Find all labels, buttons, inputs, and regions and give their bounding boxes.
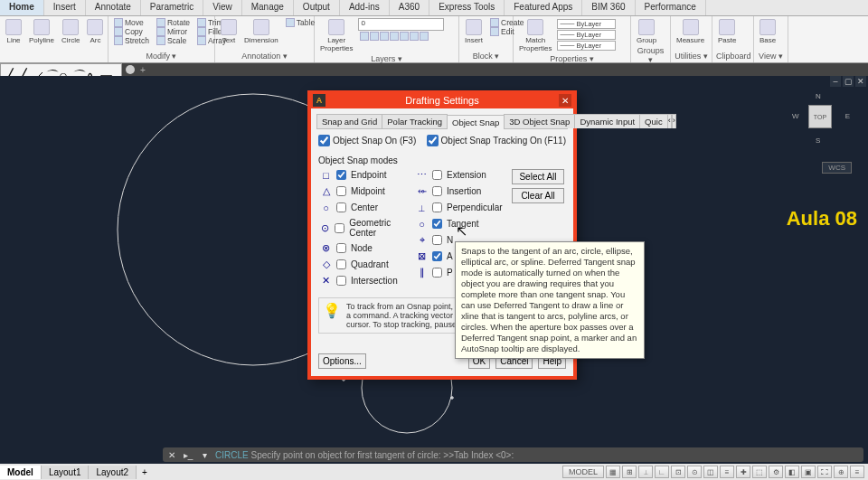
main-tab[interactable]: Annotate	[86, 0, 141, 15]
recent-commands-icon[interactable]: ▾	[199, 449, 210, 460]
close-icon[interactable]: ✕	[166, 449, 177, 460]
status-icon[interactable]: ✚	[736, 466, 750, 478]
layer-combo[interactable]: 0	[358, 18, 444, 31]
status-icon[interactable]: ⚙	[769, 466, 783, 478]
main-tab[interactable]: View	[203, 0, 242, 15]
table-button[interactable]: Table	[284, 18, 316, 27]
osnap-midpoint[interactable]: △Midpoint	[320, 185, 410, 197]
main-tab[interactable]: BIM 360	[582, 0, 635, 15]
layer-icon[interactable]	[420, 32, 429, 41]
status-icon[interactable]: ≡	[720, 466, 734, 478]
doc-tab[interactable]	[126, 65, 135, 74]
layer-icon[interactable]	[370, 32, 379, 41]
osnap-perpendicular[interactable]: ⟂Perpendicular	[416, 202, 506, 213]
osnap-on-checkbox[interactable]: Object Snap On (F3)	[318, 135, 416, 146]
status-icon[interactable]: ≡	[850, 466, 864, 478]
status-icon[interactable]: ∟	[655, 466, 669, 478]
layout-tab[interactable]: Layout1	[42, 466, 90, 479]
dialog-tab[interactable]: 3D Object Snap	[504, 114, 575, 128]
options-button[interactable]: Options...	[318, 353, 366, 369]
panel-label-view[interactable]: View ▾	[758, 51, 784, 61]
dialog-tab[interactable]: Dynamic Input	[574, 114, 640, 128]
osnap-tracking-checkbox[interactable]: Object Snap Tracking On (F11)	[427, 135, 566, 146]
status-icon[interactable]: ◫	[703, 466, 718, 478]
status-icon[interactable]: ⟂	[638, 466, 653, 478]
osnap-center[interactable]: ○Center	[320, 202, 410, 213]
dialog-tab[interactable]: Polar Tracking	[382, 114, 448, 128]
panel-label-utilities[interactable]: Utilities ▾	[675, 51, 708, 61]
status-icon[interactable]: ⊕	[834, 466, 848, 478]
osnap-tangent[interactable]: ○Tangent	[416, 218, 506, 230]
layer-icon[interactable]	[360, 32, 369, 41]
layer-properties-button[interactable]: Layer Properties	[318, 18, 354, 53]
main-tab[interactable]: Parametric	[141, 0, 203, 15]
group-button[interactable]: Group	[635, 18, 658, 45]
command-line[interactable]: ✕ ▸_ ▾ CIRCLE Specify point on object fo…	[163, 447, 863, 462]
add-layout-button[interactable]: +	[137, 466, 153, 479]
paste-button[interactable]: Paste	[716, 18, 738, 45]
insert-button[interactable]: Insert	[463, 18, 485, 45]
layout-tab[interactable]: Model	[0, 466, 42, 479]
match-properties-button[interactable]: Match Properties	[517, 18, 553, 53]
dialog-tab[interactable]: Snap and Grid	[316, 114, 382, 128]
main-tab[interactable]: Output	[294, 0, 340, 15]
panel-label-annotation[interactable]: Annotation ▾	[219, 51, 310, 61]
main-tab[interactable]: Performance	[636, 0, 706, 15]
text-button[interactable]: Text	[219, 18, 239, 45]
tab-nav-button[interactable]: ›	[672, 114, 676, 128]
panel-label-clipboard[interactable]: Clipboard	[716, 51, 750, 61]
status-icon[interactable]: ⛶	[817, 466, 832, 478]
dialog-titlebar[interactable]: A Drafting Settings ✕	[311, 94, 573, 108]
property-combo[interactable]: ─── ByLayer	[557, 41, 616, 51]
layout-tab[interactable]: Layout2	[89, 466, 137, 479]
document-tab-strip[interactable]: +	[122, 63, 868, 76]
wcs-badge[interactable]: WCS	[822, 162, 852, 174]
draw-polyline-button[interactable]: Polyline	[27, 18, 56, 45]
property-combo[interactable]: ─── ByLayer	[557, 30, 616, 40]
dialog-tab[interactable]: Quic	[639, 114, 668, 128]
main-tab[interactable]: Express Tools	[429, 0, 505, 15]
layer-icon[interactable]	[410, 32, 419, 41]
draw-circle-button[interactable]: Circle	[60, 18, 81, 45]
modify-copy-button[interactable]: Copy	[112, 27, 151, 36]
draw-line-button[interactable]: Line	[4, 18, 24, 45]
modify-move-button[interactable]: Move	[112, 18, 151, 27]
clear-all-button[interactable]: Clear All	[512, 188, 564, 203]
dialog-tab[interactable]: Object Snap	[447, 115, 505, 129]
main-tab[interactable]: Home	[0, 0, 44, 15]
property-combo[interactable]: ─── ByLayer	[557, 19, 616, 29]
main-tab[interactable]: A360	[390, 0, 429, 15]
model-space-button[interactable]: MODEL	[562, 466, 604, 478]
main-tab[interactable]: Insert	[44, 0, 86, 15]
main-tab[interactable]: Featured Apps	[505, 0, 582, 15]
add-doc-tab[interactable]: +	[140, 65, 146, 75]
modify-scale-button[interactable]: Scale	[155, 36, 192, 45]
viewcube[interactable]: NSWE TOP	[788, 85, 852, 148]
osnap-quadrant[interactable]: ◇Quadrant	[320, 259, 410, 270]
layer-icon[interactable]	[390, 32, 399, 41]
osnap-endpoint[interactable]: □Endpoint	[320, 169, 410, 181]
select-all-button[interactable]: Select All	[512, 169, 564, 184]
viewcube-top[interactable]: TOP	[808, 105, 832, 128]
main-tab[interactable]: Manage	[242, 0, 294, 15]
osnap-geometric-center[interactable]: ⊙Geometric Center	[320, 218, 410, 238]
osnap-intersection[interactable]: ✕Intersection	[320, 275, 410, 287]
panel-label-modify[interactable]: Modify ▾	[112, 51, 211, 61]
close-icon[interactable]: ✕	[559, 94, 571, 107]
status-icon[interactable]: ▦	[606, 466, 620, 478]
status-icon[interactable]: ⊡	[671, 466, 685, 478]
status-icon[interactable]: ⬚	[752, 466, 767, 478]
osnap-node[interactable]: ⊗Node	[320, 242, 410, 254]
panel-label-layers[interactable]: Layers ▾	[318, 53, 455, 63]
modify-stretch-button[interactable]: Stretch	[112, 36, 151, 45]
status-icon[interactable]: ◧	[785, 466, 799, 478]
modify-mirror-button[interactable]: Mirror	[155, 27, 192, 36]
osnap-extension[interactable]: ⋯Extension	[416, 169, 506, 181]
status-icon[interactable]: ⊙	[687, 466, 702, 478]
main-tab[interactable]: Add-ins	[340, 0, 390, 15]
layer-icon[interactable]	[380, 32, 389, 41]
draw-arc-button[interactable]: Arc	[85, 18, 105, 45]
osnap-insertion[interactable]: ⬰Insertion	[416, 185, 506, 197]
modify-rotate-button[interactable]: Rotate	[155, 18, 192, 27]
layer-icon[interactable]	[400, 32, 409, 41]
